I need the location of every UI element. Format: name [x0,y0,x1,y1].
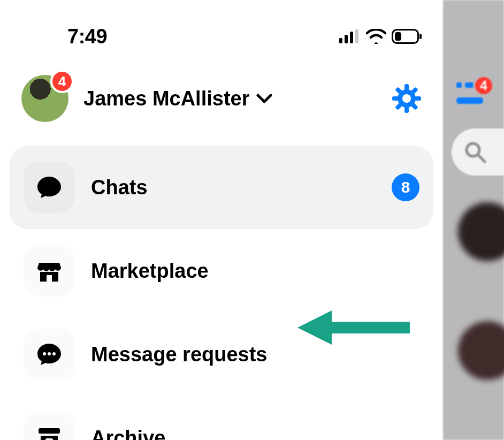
chats-badge: 8 [392,173,419,201]
gear-icon[interactable] [392,84,422,113]
status-bar: 7:49 [0,26,443,47]
chat-avatar-blur [458,202,504,261]
clock: 7:49 [67,25,107,48]
svg-rect-26 [456,97,483,104]
chat-avatar-blur [458,321,504,380]
svg-rect-0 [339,38,342,43]
chevron-down-icon [256,93,272,104]
search-field-peek[interactable] [452,128,504,176]
svg-point-19 [52,352,56,355]
svg-rect-6 [419,34,422,39]
svg-rect-24 [456,82,462,88]
archive-icon [24,412,75,440]
avatar[interactable]: 4 [21,75,68,122]
marketplace-icon [24,245,75,297]
avatar-badge: 4 [50,70,74,93]
chat-icon [24,162,75,213]
menu-list: Chats 8 Marketplace Message re [10,146,433,440]
menu-item-archive[interactable]: Archive [10,396,433,440]
annotation-arrow-icon [297,306,415,349]
battery-icon [392,29,423,44]
svg-point-17 [43,352,46,355]
search-icon [463,140,487,164]
wifi-icon [366,29,386,44]
svg-rect-2 [350,32,353,43]
svg-marker-23 [297,310,332,345]
svg-rect-10 [392,96,399,101]
menu-item-marketplace[interactable]: Marketplace [10,229,433,313]
account-name[interactable]: James McAllister [83,87,272,110]
menu-item-label: Marketplace [91,260,209,283]
menu-item-label: Chats [91,176,148,199]
menu-item-chats[interactable]: Chats 8 [10,146,433,229]
cellular-icon [339,29,361,43]
svg-rect-5 [395,32,401,41]
background-chat-list: 4 [443,0,504,440]
svg-rect-8 [404,84,409,90]
menu-item-label: Message requests [91,343,268,366]
account-header[interactable]: 4 James McAllister [21,75,422,122]
svg-point-18 [48,352,51,355]
svg-rect-3 [355,29,358,43]
svg-line-28 [478,155,485,162]
svg-point-16 [402,94,411,103]
message-requests-icon [24,329,75,380]
account-name-text: James McAllister [83,87,250,110]
messenger-side-panel: 7:49 4 James McAllister [0,0,443,440]
menu-badge: 4 [473,75,494,96]
menu-item-label: Archive [91,427,165,441]
svg-rect-1 [345,35,348,43]
status-icons [339,29,423,44]
svg-rect-9 [404,107,409,113]
svg-rect-20 [39,428,60,434]
svg-rect-11 [415,96,421,101]
